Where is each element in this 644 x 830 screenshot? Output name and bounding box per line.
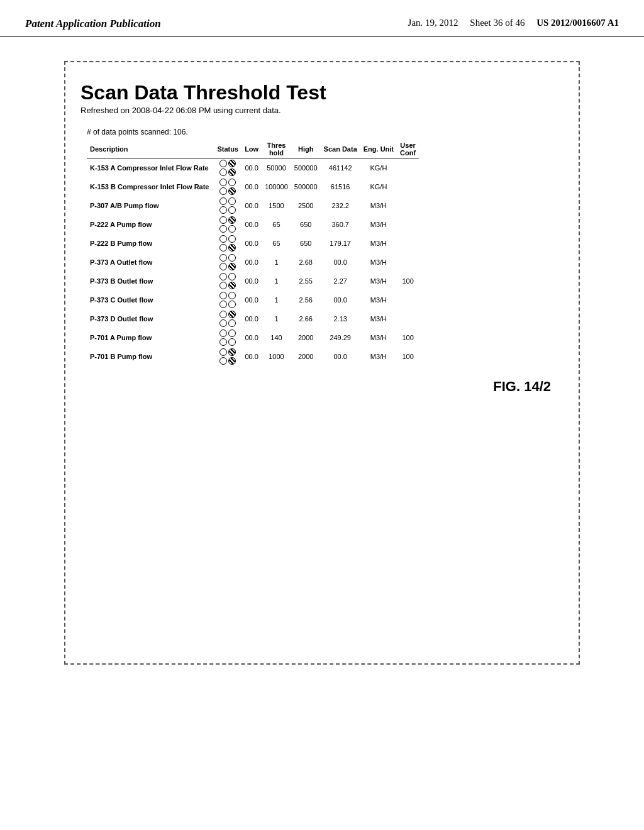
cell-thres: 65 — [262, 234, 291, 253]
cell-unit: M3/H — [360, 253, 397, 272]
status-icon-hollow — [219, 197, 227, 205]
cell-scan: 2.27 — [321, 272, 360, 290]
status-icon-hollow — [219, 319, 227, 327]
page-wrapper: Patent Application Publication Jan. 19, … — [0, 0, 644, 683]
table-row: P-373 A Outlet flow00.012.6800.0M3/H — [87, 253, 419, 272]
status-icon-striped — [228, 263, 236, 270]
cell-unit: KG/H — [360, 158, 397, 178]
cell-description: P-222 A Pump flow — [87, 215, 214, 234]
cell-low: 00.0 — [242, 177, 262, 196]
cell-low: 00.0 — [242, 196, 262, 215]
status-icon-hollow — [228, 179, 236, 186]
status-icon-hollow — [219, 206, 227, 214]
col-thres: Threshold — [262, 140, 291, 158]
cell-unit: M3/H — [360, 347, 397, 366]
cell-scan: 360.7 — [321, 215, 360, 234]
main-content: Scan Data Threshold Test Refreshed on 20… — [0, 42, 644, 683]
table-row: P-222 A Pump flow00.065650360.7M3/H — [87, 215, 419, 234]
col-high: High — [291, 140, 321, 158]
status-icon-hollow — [219, 216, 227, 224]
cell-conf: 100 — [397, 347, 419, 366]
cell-status — [214, 347, 242, 366]
cell-high: 2.68 — [291, 253, 321, 272]
status-icon-hollow — [219, 187, 227, 195]
status-icon-hollow — [228, 338, 236, 346]
status-icon-hollow — [219, 254, 227, 262]
cell-high: 650 — [291, 215, 321, 234]
status-icon-striped — [228, 160, 236, 167]
cell-scan: 249.29 — [321, 328, 360, 347]
status-icon-striped — [228, 357, 236, 365]
cell-scan: 00.0 — [321, 253, 360, 272]
cell-description: P-701 A Pump flow — [87, 328, 214, 347]
status-icon-striped — [228, 169, 236, 176]
status-icon-hollow — [219, 357, 227, 365]
cell-thres: 50000 — [262, 158, 291, 178]
scan-subtitle: Refreshed on 2008-04-22 06:08 PM using c… — [80, 106, 564, 115]
header-right: Jan. 19, 2012 Sheet 36 of 46 US 2012/001… — [408, 18, 619, 28]
table-row: P-701 B Pump flow00.01000200000.0M3/H100 — [87, 347, 419, 366]
cell-conf — [397, 158, 419, 178]
cell-conf: 100 — [397, 328, 419, 347]
cell-high: 650 — [291, 234, 321, 253]
page-header: Patent Application Publication Jan. 19, … — [0, 0, 644, 37]
cell-description: P-373 C Outlet flow — [87, 290, 214, 309]
cell-scan: 00.0 — [321, 347, 360, 366]
cell-status — [214, 196, 242, 215]
col-conf: UserConf — [397, 140, 419, 158]
cell-unit: M3/H — [360, 272, 397, 290]
cell-scan: 461142 — [321, 158, 360, 178]
cell-high: 2.55 — [291, 272, 321, 290]
col-scan: Scan Data — [321, 140, 360, 158]
status-icon-hollow — [228, 235, 236, 243]
status-icon-striped — [228, 311, 236, 318]
cell-description: P-307 A/B Pump flow — [87, 196, 214, 215]
cell-high: 500000 — [291, 177, 321, 196]
cell-description: P-373 B Outlet flow — [87, 272, 214, 290]
cell-thres: 65 — [262, 215, 291, 234]
cell-low: 00.0 — [242, 215, 262, 234]
col-low: Low — [242, 140, 262, 158]
cell-status — [214, 309, 242, 328]
cell-high: 500000 — [291, 158, 321, 178]
cell-conf — [397, 215, 419, 234]
cell-thres: 1 — [262, 290, 291, 309]
cell-unit: M3/H — [360, 234, 397, 253]
cell-status — [214, 253, 242, 272]
table-row: P-701 A Pump flow00.01402000249.29M3/H10… — [87, 328, 419, 347]
table-row: K-153 A Compressor Inlet Flow Rate00.050… — [87, 158, 419, 178]
cell-high: 2.56 — [291, 290, 321, 309]
status-icon-hollow — [219, 179, 227, 186]
cell-status — [214, 215, 242, 234]
status-icon-hollow — [219, 292, 227, 299]
status-icon-striped — [228, 282, 236, 289]
cell-description: P-373 D Outlet flow — [87, 309, 214, 328]
cell-conf — [397, 309, 419, 328]
status-icon-hollow — [219, 273, 227, 280]
cell-description: P-222 B Pump flow — [87, 234, 214, 253]
cell-thres: 1 — [262, 272, 291, 290]
table-row: K-153 B Compressor Inlet Flow Rate00.010… — [87, 177, 419, 196]
cell-status — [214, 234, 242, 253]
status-icon-striped — [228, 244, 236, 252]
cell-conf — [397, 253, 419, 272]
cell-status — [214, 272, 242, 290]
status-icon-hollow — [219, 311, 227, 318]
status-icon-hollow — [219, 235, 227, 243]
status-icon-hollow — [228, 301, 236, 308]
cell-scan: 00.0 — [321, 290, 360, 309]
table-row: P-307 A/B Pump flow00.015002500232.2M3/H — [87, 196, 419, 215]
cell-low: 00.0 — [242, 328, 262, 347]
cell-thres: 1 — [262, 253, 291, 272]
cell-status — [214, 328, 242, 347]
cell-low: 00.0 — [242, 253, 262, 272]
cell-unit: M3/H — [360, 215, 397, 234]
cell-high: 2.66 — [291, 309, 321, 328]
col-unit: Eng. Unit — [360, 140, 397, 158]
cell-unit: M3/H — [360, 290, 397, 309]
col-description: Description — [87, 140, 214, 158]
cell-status — [214, 158, 242, 178]
cell-scan: 232.2 — [321, 196, 360, 215]
cell-status — [214, 177, 242, 196]
fig-label: FIG. 14/2 — [80, 379, 564, 395]
